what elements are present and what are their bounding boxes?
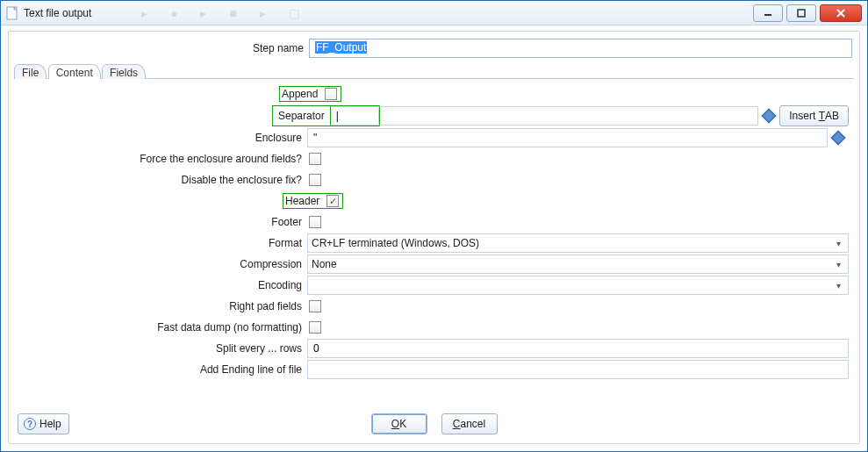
close-button[interactable] bbox=[820, 4, 862, 22]
disable-enclosure-fix-checkbox[interactable] bbox=[309, 174, 321, 186]
right-pad-checkbox[interactable] bbox=[309, 300, 321, 312]
format-combo[interactable]: CR+LF terminated (Windows, DOS) ▾ bbox=[307, 233, 849, 253]
title-bar: Text file output bbox=[1, 1, 867, 25]
enclosure-label: Enclosure bbox=[19, 132, 307, 144]
footer-label: Footer bbox=[19, 216, 307, 228]
minimize-button[interactable] bbox=[753, 4, 783, 22]
header-row: Header bbox=[19, 191, 849, 211]
encoding-label: Encoding bbox=[19, 279, 307, 291]
svg-rect-2 bbox=[798, 10, 805, 17]
disable-enclosure-fix-label: Disable the enclosure fix? bbox=[19, 174, 307, 186]
insert-tab-button[interactable]: Insert TAB bbox=[779, 105, 849, 126]
enclosure-input[interactable] bbox=[307, 128, 828, 147]
encoding-row: Encoding ▾ bbox=[19, 276, 849, 295]
help-label: Help bbox=[39, 418, 61, 430]
compression-label: Compression bbox=[19, 258, 307, 270]
ending-line-row: Add Ending line of file bbox=[19, 360, 849, 379]
header-highlight: Header bbox=[283, 193, 343, 209]
right-pad-label: Right pad fields bbox=[19, 300, 307, 312]
document-icon bbox=[6, 6, 18, 20]
separator-input-ext[interactable] bbox=[379, 106, 759, 126]
append-label: Append bbox=[282, 88, 323, 100]
stepname-row: Step name FF_Output bbox=[16, 39, 852, 58]
fast-dump-checkbox[interactable] bbox=[309, 321, 321, 334]
format-label: Format bbox=[19, 237, 307, 249]
force-enclosure-row: Force the enclosure around fields? bbox=[19, 149, 849, 169]
content-tab-panel: Append Separator Insert TAB Enclosure bbox=[14, 79, 854, 379]
ending-line-label: Add Ending line of file bbox=[19, 363, 307, 376]
window-title: Text file output bbox=[24, 7, 91, 19]
cancel-button[interactable]: Cancel bbox=[441, 413, 498, 434]
variable-icon[interactable] bbox=[831, 131, 846, 146]
help-button[interactable]: ? Help bbox=[18, 413, 69, 434]
header-checkbox[interactable] bbox=[326, 195, 339, 207]
separator-input[interactable] bbox=[330, 106, 379, 126]
ending-line-input[interactable] bbox=[307, 360, 849, 379]
separator-row: Separator Insert TAB bbox=[19, 105, 849, 126]
encoding-combo[interactable]: ▾ bbox=[307, 276, 849, 295]
right-pad-row: Right pad fields bbox=[19, 297, 849, 316]
fast-dump-row: Fast data dump (no formatting) bbox=[19, 318, 849, 337]
header-label: Header bbox=[285, 195, 325, 207]
stepname-input[interactable]: FF_Output bbox=[309, 39, 852, 58]
window-controls bbox=[750, 4, 862, 22]
append-checkbox[interactable] bbox=[325, 88, 337, 100]
dialog-footer: OK Cancel bbox=[9, 413, 859, 434]
split-rows-label: Split every ... rows bbox=[19, 342, 307, 355]
chevron-down-icon: ▾ bbox=[832, 260, 844, 269]
tab-content[interactable]: Content bbox=[48, 64, 101, 79]
separator-label: Separator bbox=[273, 108, 330, 124]
compression-value: None bbox=[312, 258, 337, 270]
inner-panel: Step name FF_Output File Content Fields … bbox=[8, 31, 860, 444]
append-highlight: Append bbox=[279, 86, 341, 102]
compression-combo[interactable]: None ▾ bbox=[307, 255, 849, 274]
append-row: Append bbox=[19, 84, 849, 104]
tab-file[interactable]: File bbox=[14, 64, 47, 79]
format-row: Format CR+LF terminated (Windows, DOS) ▾ bbox=[19, 233, 849, 253]
maximize-button[interactable] bbox=[786, 4, 816, 22]
enclosure-row: Enclosure bbox=[19, 128, 849, 147]
help-area: ? Help bbox=[18, 413, 69, 434]
split-rows-row: Split every ... rows bbox=[19, 339, 849, 358]
force-enclosure-label: Force the enclosure around fields? bbox=[19, 153, 307, 165]
stepname-label: Step name bbox=[16, 42, 309, 54]
fast-dump-label: Fast data dump (no formatting) bbox=[19, 321, 307, 334]
chevron-down-icon: ▾ bbox=[832, 239, 844, 248]
force-enclosure-checkbox[interactable] bbox=[309, 153, 321, 165]
split-rows-input[interactable] bbox=[307, 339, 849, 358]
format-value: CR+LF terminated (Windows, DOS) bbox=[312, 237, 479, 249]
footer-checkbox[interactable] bbox=[309, 216, 321, 228]
compression-row: Compression None ▾ bbox=[19, 255, 849, 274]
help-icon: ? bbox=[24, 418, 36, 430]
client-area: Step name FF_Output File Content Fields … bbox=[1, 25, 867, 451]
variable-icon[interactable] bbox=[762, 109, 777, 124]
ok-button[interactable]: OK bbox=[371, 413, 427, 434]
disable-enclosure-fix-row: Disable the enclosure fix? bbox=[19, 170, 849, 190]
tab-fields[interactable]: Fields bbox=[102, 64, 146, 79]
dialog-window: ▸●▸■▸▢ Text file output Step name FF_Out… bbox=[0, 0, 868, 452]
tab-strip: File Content Fields bbox=[14, 63, 854, 79]
chevron-down-icon: ▾ bbox=[832, 281, 844, 291]
footer-row: Footer bbox=[19, 212, 849, 232]
separator-highlight: Separator bbox=[272, 105, 380, 126]
